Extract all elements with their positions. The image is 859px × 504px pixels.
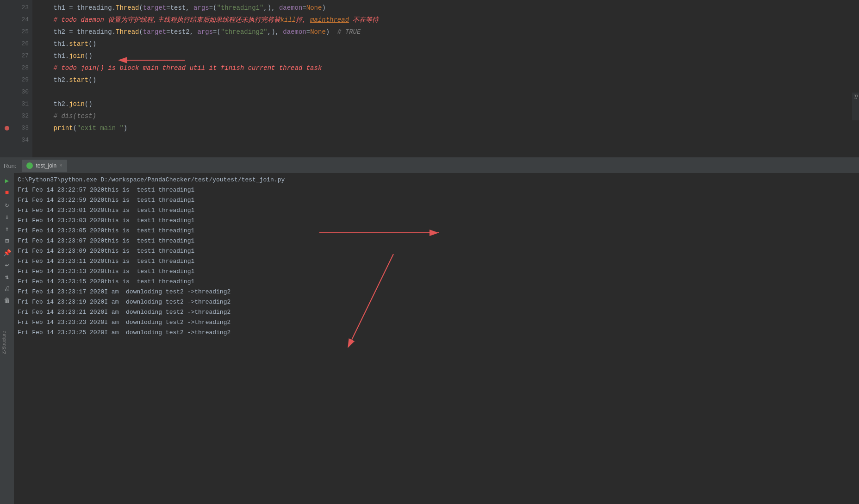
code-line-34 — [38, 134, 859, 146]
output-line-12: Fri Feb 14 23:23:21 2020I am downloding … — [18, 307, 855, 317]
left-gutter — [0, 0, 14, 157]
code-line-28: # todo join() is block main thread util … — [38, 62, 859, 74]
code-line-23: th1 = threading.Thread(target=test, args… — [38, 2, 859, 14]
line-30: 30 — [14, 86, 29, 98]
code-line-29: th2.start() — [38, 74, 859, 86]
output-line-5: Fri Feb 14 23:23:07 2020this is test1 th… — [18, 236, 855, 246]
output-line-4: Fri Feb 14 23:23:05 2020this is test1 th… — [18, 226, 855, 236]
code-line-27: th1.join() — [38, 50, 859, 62]
run-button[interactable]: ▶ — [2, 176, 12, 185]
run-output[interactable]: C:\Python37\python.exe D:/workspace/Pand… — [14, 173, 859, 504]
code-line-33: print("exit main ") — [38, 122, 859, 134]
code-line-31: th2.join() — [38, 98, 859, 110]
output-line-2: Fri Feb 14 23:23:01 2020this is test1 th… — [18, 205, 855, 216]
scroll-up-button[interactable]: ⇑ — [2, 224, 12, 233]
code-line-30 — [38, 86, 859, 98]
print-button[interactable]: 🖨 — [2, 284, 12, 293]
code-line-32: # dis(test) — [38, 110, 859, 122]
output-line-8: Fri Feb 14 23:23:13 2020this is test1 th… — [18, 267, 855, 277]
output-line-9: Fri Feb 14 23:23:15 2020this is test1 th… — [18, 277, 855, 287]
line-24: 24 — [14, 14, 29, 26]
run-tab-bar: Run: test_join × — [0, 158, 859, 173]
line-29: 29 — [14, 74, 29, 86]
output-line-10: Fri Feb 14 23:23:17 2020I am downloding … — [18, 287, 855, 297]
code-line-25: th2 = threading.Thread(target=test2, arg… — [38, 26, 859, 38]
pin-button[interactable]: 📌 — [2, 248, 12, 257]
tab-close-button[interactable]: × — [59, 163, 62, 168]
tab-file-icon — [26, 162, 33, 169]
line-26: 26 — [14, 38, 29, 50]
output-line-7: Fri Feb 14 23:23:11 2020this is test1 th… — [18, 256, 855, 267]
output-lines-container: Fri Feb 14 23:22:57 2020this is test1 th… — [18, 185, 855, 338]
line-numbers: 23 24 25 26 27 28 29 30 31 32 33 34 — [14, 0, 32, 157]
import-button[interactable]: ⇅ — [2, 272, 12, 281]
output-line-3: Fri Feb 14 23:23:03 2020this is test1 th… — [18, 216, 855, 226]
code-line-24: # todo daemon 设置为守护线程,主线程执行结束后如果线程还未执行完将… — [38, 14, 859, 26]
output-line-1: Fri Feb 14 23:22:59 2020this is test1 th… — [18, 195, 855, 205]
tab-name: test_join — [36, 162, 56, 169]
line-34: 34 — [14, 134, 29, 146]
run-tab[interactable]: test_join × — [22, 160, 67, 172]
run-panel: Run: test_join × ▶ ■ ↻ ⇓ ⇑ ⊞ 📌 ↩ ⇅ 🖨 🗑 C… — [0, 158, 859, 504]
code-content[interactable]: th1 = threading.Thread(target=test, args… — [32, 0, 859, 157]
line-23: 23 — [14, 2, 29, 14]
output-line-0: Fri Feb 14 23:22:57 2020this is test1 th… — [18, 185, 855, 195]
line-28: 28 — [14, 62, 29, 74]
layout-button[interactable]: ⊞ — [2, 236, 12, 245]
editor-area: 23 24 25 26 27 28 29 30 31 32 33 34 th1 … — [0, 0, 859, 157]
line-31: 31 — [14, 98, 29, 110]
scroll-down-button[interactable]: ⇓ — [2, 212, 12, 221]
stop-button[interactable]: ■ — [2, 188, 12, 197]
cmd-line: C:\Python37\python.exe D:/workspace/Pand… — [18, 175, 855, 185]
wrap-button[interactable]: ↩ — [2, 260, 12, 269]
line-32: 32 — [14, 110, 29, 122]
output-line-14: Fri Feb 14 23:23:25 2020I am downloding … — [18, 328, 855, 338]
line-33: 33 — [14, 122, 29, 134]
run-body: ▶ ■ ↻ ⇓ ⇑ ⊞ 📌 ↩ ⇅ 🖨 🗑 C:\Python37\python… — [0, 173, 859, 504]
rerun-button[interactable]: ↻ — [2, 200, 12, 209]
z-structure-label: Z-Structure — [0, 324, 8, 361]
line-27: 27 — [14, 50, 29, 62]
trash-button[interactable]: 🗑 — [2, 296, 12, 305]
run-label: Run: — [4, 162, 16, 169]
line-25: 25 — [14, 26, 29, 38]
output-line-13: Fri Feb 14 23:23:23 2020I am downloding … — [18, 317, 855, 328]
output-line-11: Fri Feb 14 23:23:19 2020I am downloding … — [18, 297, 855, 307]
code-line-26: th1.start() — [38, 38, 859, 50]
output-line-6: Fri Feb 14 23:23:09 2020this is test1 th… — [18, 246, 855, 256]
